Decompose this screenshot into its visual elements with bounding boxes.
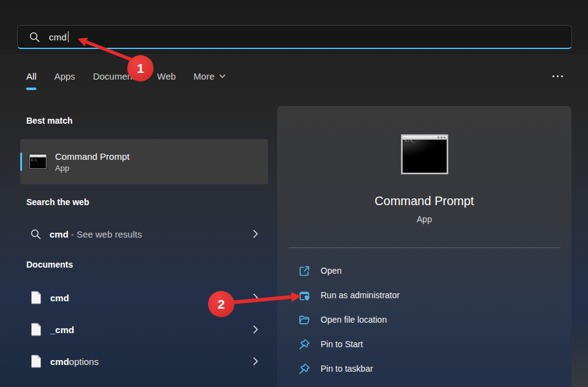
preview-panel: C:\_ Command Prompt App Open Run as a [277, 106, 571, 387]
action-pin-to-taskbar[interactable]: Pin to taskbar [289, 356, 558, 381]
tab-web[interactable]: Web [157, 71, 176, 90]
more-options-button[interactable] [547, 69, 568, 83]
search-icon [29, 32, 40, 42]
chevron-right-icon [253, 293, 258, 302]
document-row-cmdoptions[interactable]: cmdoptions [20, 347, 268, 376]
ellipsis-icon [553, 75, 554, 77]
action-open-file-location[interactable]: Open file location [289, 307, 558, 332]
section-header-best-match: Best match [26, 116, 72, 126]
open-external-icon [299, 265, 310, 277]
pin-icon [299, 363, 310, 375]
result-subtitle: App [55, 163, 130, 173]
document-row-underscore-cmd[interactable]: _cmd [20, 315, 268, 344]
command-prompt-icon: C:\ [29, 154, 47, 169]
annotation-step-1: 1 [127, 55, 154, 81]
document-icon [31, 355, 42, 368]
run-as-admin-shield-icon [299, 290, 310, 301]
divider [289, 247, 560, 248]
search-query-text: cmd [49, 32, 67, 42]
command-prompt-icon: C:\_ [401, 135, 448, 174]
search-filter-tabs: All Apps Documents Web More [26, 71, 226, 90]
preview-subtitle: App [277, 214, 571, 224]
result-command-prompt[interactable]: C:\ Command Prompt App [20, 139, 268, 184]
action-list: Open Run as administrator Open file loca… [289, 258, 558, 381]
windows-search-flyout: cmd All Apps Documents Web More Best mat… [0, 0, 588, 387]
document-icon [31, 291, 42, 304]
action-run-as-administrator[interactable]: Run as administrator [289, 283, 558, 307]
tab-all[interactable]: All [26, 71, 37, 90]
search-input[interactable]: cmd [17, 25, 572, 49]
folder-icon [299, 314, 310, 326]
result-title: Command Prompt [55, 151, 130, 162]
tab-apps[interactable]: Apps [54, 71, 75, 90]
chevron-right-icon [253, 325, 258, 334]
selection-accent-bar [20, 152, 22, 171]
preview-title: Command Prompt [277, 194, 571, 208]
chevron-down-icon [219, 74, 226, 78]
text-caret [68, 31, 69, 42]
chevron-right-icon [253, 357, 258, 366]
chevron-right-icon [253, 230, 258, 239]
section-header-documents: Documents [26, 260, 73, 269]
document-icon [31, 323, 42, 336]
search-icon [31, 229, 41, 239]
action-pin-to-start[interactable]: Pin to Start [289, 332, 558, 356]
web-result-row[interactable]: cmd - See web results [20, 220, 268, 248]
tab-more[interactable]: More [193, 71, 225, 90]
annotation-step-2: 2 [208, 291, 234, 317]
pin-icon [299, 339, 310, 350]
active-tab-indicator [26, 88, 37, 90]
action-open[interactable]: Open [289, 258, 558, 283]
section-header-web: Search the web [26, 197, 89, 207]
